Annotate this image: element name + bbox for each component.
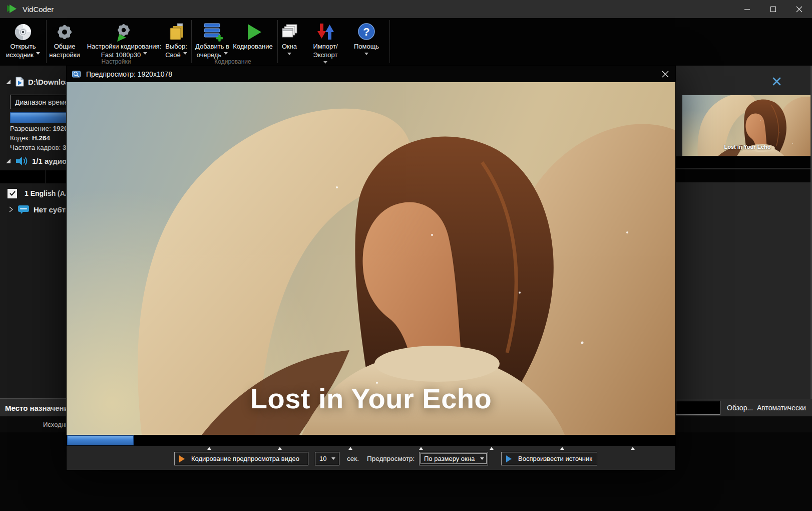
destination-label: Место назначения bbox=[5, 399, 73, 416]
preview-controls-bar: Кодирование предпросмотра видео 10 сек. … bbox=[67, 446, 675, 470]
import-export-arrows-icon bbox=[302, 20, 348, 42]
seek-tick bbox=[278, 445, 282, 450]
codec-stat: Кодек: H.264 bbox=[10, 134, 50, 142]
seek-bar-fill bbox=[67, 435, 134, 445]
framerate-stat: Частота кадров: 30 bbox=[10, 144, 70, 151]
help-button[interactable]: ? Помощь bbox=[350, 20, 382, 57]
import-export-button[interactable]: Импорт/Экспорт bbox=[302, 20, 348, 66]
windows-menu-button[interactable]: Окна bbox=[278, 20, 300, 57]
maximize-button[interactable] bbox=[760, 0, 786, 18]
ribbon-separator bbox=[191, 20, 192, 63]
play-icon bbox=[179, 455, 188, 462]
encoding-settings-button[interactable]: Настройки кодирования: Fast 1080p30 bbox=[84, 20, 164, 59]
vidcoder-logo-icon bbox=[7, 4, 18, 14]
play-icon bbox=[506, 455, 515, 462]
video-thumbnail[interactable]: Lost in Your Echo bbox=[682, 95, 812, 156]
play-source-button[interactable]: Воспроизвести источник bbox=[501, 452, 597, 465]
preview-titlebar: Предпросмотр: 1920x1078 bbox=[67, 66, 675, 82]
chevron-down-icon bbox=[224, 52, 228, 57]
app-title: VidCoder bbox=[23, 5, 54, 14]
seek-tick bbox=[207, 445, 211, 450]
seek-tick bbox=[348, 445, 352, 450]
seek-tick bbox=[560, 445, 564, 450]
encode-preview-button[interactable]: Кодирование предпросмотра видео bbox=[174, 452, 308, 465]
chevron-down-icon bbox=[287, 53, 291, 57]
gear-green-arrow-icon bbox=[84, 20, 164, 42]
expander-open-icon[interactable] bbox=[6, 80, 11, 84]
destination-path-input[interactable] bbox=[676, 401, 720, 415]
pane-band bbox=[676, 169, 812, 182]
windows-stack-icon bbox=[278, 20, 300, 42]
preview-seek-bar[interactable] bbox=[67, 435, 675, 446]
pane-band bbox=[676, 156, 812, 168]
group-label-encoding: Кодирование bbox=[214, 58, 251, 65]
chevron-down-icon bbox=[323, 61, 327, 66]
add-to-queue-button[interactable]: Добавить в очередь bbox=[193, 20, 231, 59]
chevron-down-icon bbox=[480, 457, 484, 462]
ribbon-separator bbox=[277, 20, 278, 63]
source-file-row[interactable]: D:\Download bbox=[6, 76, 74, 88]
audio-section-header[interactable]: 1/1 аудио: bbox=[6, 156, 69, 166]
chevron-down-icon bbox=[364, 53, 368, 57]
open-source-button[interactable]: Открыть исходник bbox=[2, 20, 44, 59]
source-tab-label[interactable]: Исходни bbox=[43, 416, 68, 432]
preview-magnifier-icon bbox=[72, 70, 81, 78]
encode-play-icon bbox=[232, 20, 273, 42]
preview-close-button[interactable] bbox=[658, 67, 672, 81]
vidcoder-window: VidCoder Открыть bbox=[0, 0, 812, 511]
close-button[interactable] bbox=[786, 0, 812, 18]
subtitle-bubble-icon bbox=[18, 205, 30, 214]
fit-mode-select[interactable]: По размеру окна bbox=[419, 452, 488, 465]
preset-choice-button[interactable]: Выбор: Своё bbox=[163, 20, 189, 59]
preview-window: Предпросмотр: 1920x1078 Lost in Your Ech… bbox=[67, 66, 675, 470]
preview-video-frame[interactable]: Lost in Your Echo bbox=[67, 82, 675, 435]
thumbnail-caption: Lost in Your Echo bbox=[682, 144, 812, 150]
expander-open-icon[interactable] bbox=[6, 159, 11, 163]
preview-mode-label: Предпросмотр: bbox=[367, 452, 415, 465]
queue-add-icon bbox=[193, 20, 231, 42]
gear-icon bbox=[48, 20, 81, 42]
chevron-down-icon bbox=[143, 52, 147, 57]
ribbon-separator bbox=[46, 20, 47, 63]
audio-header-label: 1/1 аудио: bbox=[32, 157, 69, 165]
general-settings-button[interactable]: Общие настройки bbox=[48, 20, 81, 59]
help-icon: ? bbox=[350, 20, 382, 42]
expander-closed-icon[interactable] bbox=[9, 206, 13, 212]
preview-title: Предпросмотр: 1920x1078 bbox=[86, 70, 172, 78]
seek-tick bbox=[490, 445, 494, 450]
svg-text:?: ? bbox=[363, 26, 369, 38]
ribbon-separator bbox=[389, 20, 390, 63]
speaker-icon bbox=[16, 156, 28, 166]
seek-tick bbox=[419, 445, 423, 450]
titlebar: VidCoder bbox=[0, 0, 812, 18]
preview-pane: Lost in Your Echo bbox=[675, 66, 812, 399]
minimize-button[interactable] bbox=[734, 0, 760, 18]
group-label-settings: Настройки bbox=[102, 58, 131, 65]
disc-icon bbox=[2, 20, 44, 42]
video-caption: Lost in Your Echo bbox=[67, 382, 675, 415]
video-file-icon bbox=[16, 77, 24, 87]
duration-unit-label: сек. bbox=[347, 452, 359, 465]
seek-tick bbox=[631, 445, 635, 450]
preset-folders-icon bbox=[163, 20, 189, 42]
ribbon-toolbar: Открыть исходник Общие настройки bbox=[0, 18, 812, 66]
audio-track-checkbox[interactable] bbox=[8, 189, 17, 198]
automatic-naming-button[interactable]: Автоматически bbox=[757, 399, 806, 416]
duration-select[interactable]: 10 bbox=[315, 452, 339, 465]
encode-button[interactable]: Кодирование bbox=[232, 20, 273, 51]
chevron-down-icon bbox=[36, 52, 40, 57]
browse-button[interactable]: Обзор... bbox=[727, 399, 753, 416]
chevron-down-icon bbox=[331, 457, 335, 462]
chevron-down-icon bbox=[183, 52, 187, 57]
preview-pane-close-icon[interactable] bbox=[770, 75, 783, 88]
